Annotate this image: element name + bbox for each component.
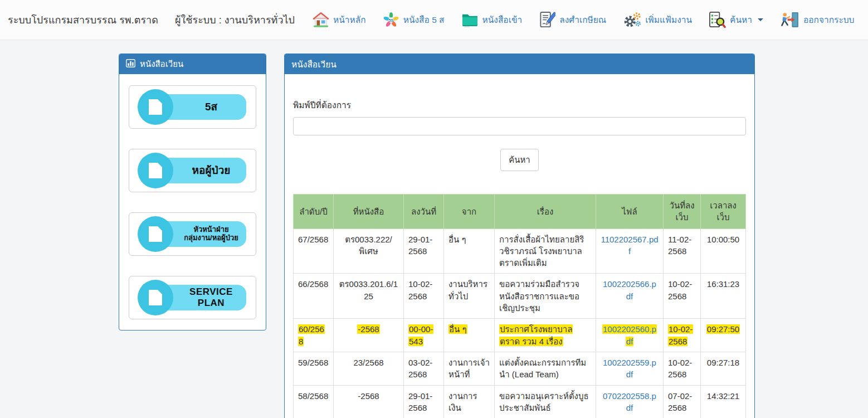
table-row: 66/2568 ตร0033.201.6/125 10-02-2568 งานบ… bbox=[294, 274, 746, 319]
year-search-label: พิมพ์ปีที่ต้องการ bbox=[293, 98, 746, 112]
sidebar-header: หนังสือเวียน bbox=[119, 54, 266, 74]
table-row: 59/2568 23/2568 03-02-2568 งานการเจ้า​หน… bbox=[294, 352, 746, 385]
bar-chart-icon bbox=[126, 59, 135, 69]
nav-home[interactable]: หน้าหลัก bbox=[313, 12, 366, 28]
panel-header: หนังสือเวียน bbox=[285, 54, 754, 74]
file-icon bbox=[138, 280, 173, 315]
col-file: ไฟล์ bbox=[596, 195, 664, 229]
table-row: 58/2568 -2568 29-01-2568 งานการเงิน ขอคว… bbox=[294, 385, 746, 418]
gears-icon bbox=[623, 12, 641, 28]
sidebar-button-service-plan[interactable]: SERVICE PLAN bbox=[129, 276, 256, 319]
nav-sign-memo[interactable]: ลงศำเกษียณ bbox=[539, 11, 606, 28]
year-search-input[interactable] bbox=[293, 117, 746, 135]
file-icon bbox=[138, 153, 173, 188]
nav-logout[interactable]: ออกจากระบบ bbox=[780, 12, 855, 28]
col-doc-date: ลงวันที่ bbox=[404, 195, 444, 229]
panel-body: พิมพ์ปีที่ต้องการ ค้นหา ลำดับ/ปี ที่หนัง… bbox=[285, 74, 754, 418]
nav-incoming-mail[interactable]: หนังสือเข้า bbox=[461, 12, 523, 27]
memo-pen-icon bbox=[539, 11, 555, 28]
table-row-highlighted: 60/2568 -2568 00-00-543 อื่น ๆ ประกาศโรง… bbox=[294, 319, 746, 352]
svg-text:5S: 5S bbox=[388, 17, 393, 22]
table-header-row: ลำดับ/ปี ที่หนังสือ ลงวันที่ จาก เรื่อง … bbox=[294, 195, 746, 229]
col-doc-number: ที่หนังสือ bbox=[334, 195, 404, 229]
logout-icon bbox=[780, 12, 799, 28]
panel-title: หนังสือเวียน bbox=[291, 57, 337, 71]
green-folder-icon bbox=[461, 12, 479, 27]
sidebar-button-5s[interactable]: 5ส bbox=[129, 85, 256, 129]
file-link[interactable]: 1002202566.pdf bbox=[603, 279, 656, 300]
sidebar-title: หนังสือเวียน bbox=[140, 57, 183, 71]
current-user-label: ผู้ใช้ระบบ : งานบริหารทั่วไป bbox=[175, 12, 295, 28]
col-from: จาก bbox=[444, 195, 495, 229]
nav-add-work-folder[interactable]: เพิ่มแฟ้มงาน bbox=[623, 12, 692, 28]
sidebar-body: 5ส หอผู้ป่วย หัวหน้าฝ่าย กลุ่มงาน/หอผู้ป… bbox=[119, 74, 266, 330]
nav-search[interactable]: ค้นหา bbox=[709, 11, 763, 28]
search-button[interactable]: ค้นหา bbox=[500, 149, 539, 171]
col-web-date: วันที่ลง​เว็บ bbox=[664, 195, 701, 229]
circular-letters-panel: หนังสือเวียน พิมพ์ปีที่ต้องการ ค้นหา ลำด… bbox=[284, 54, 755, 418]
home-icon bbox=[313, 12, 329, 28]
file-icon bbox=[138, 216, 173, 252]
nav-books-5s[interactable]: 5S หนังสือ 5 ส bbox=[383, 12, 445, 28]
file-link[interactable]: 0702202558.pdf bbox=[603, 391, 656, 412]
file-link[interactable]: 1002202560.pdf bbox=[602, 324, 657, 346]
file-icon bbox=[138, 89, 173, 125]
file-link[interactable]: 1102202567.pdf bbox=[601, 235, 658, 256]
main-menu: หน้าหลัก 5S หนังสือ 5 ส bbox=[313, 11, 854, 28]
col-web-time: เวลาลง​เว็บ bbox=[701, 195, 746, 229]
circular-letters-sidebar: หนังสือเวียน 5ส หอผู้ป่วย bbox=[119, 54, 266, 330]
file-link[interactable]: 1002202559.pdf bbox=[603, 358, 656, 379]
sidebar-button-department-heads[interactable]: หัวหน้าฝ่าย กลุ่มงาน/หอผู้ป่วย bbox=[129, 212, 256, 256]
chevron-down-icon bbox=[758, 18, 763, 21]
sidebar-button-patient-ward[interactable]: หอผู้ป่วย bbox=[129, 149, 256, 192]
col-seq-year: ลำดับ/ปี bbox=[294, 195, 334, 229]
app-title: ระบบโปรแกรมสารบรรณ รพ.ตราด bbox=[8, 12, 158, 28]
search-doc-icon bbox=[709, 11, 726, 28]
col-subject: เรื่อง bbox=[495, 195, 596, 229]
table-row: 67/2568 ตร0033.222/พิเศษ 29-01-2568 อื่น… bbox=[294, 229, 746, 274]
circular-letters-table: ลำดับ/ปี ที่หนังสือ ลงวันที่ จาก เรื่อง … bbox=[293, 194, 746, 418]
five-s-icon: 5S bbox=[383, 12, 399, 28]
top-navbar: ระบบโปรแกรมสารบรรณ รพ.ตราด ผู้ใช้ระบบ : … bbox=[0, 0, 868, 40]
